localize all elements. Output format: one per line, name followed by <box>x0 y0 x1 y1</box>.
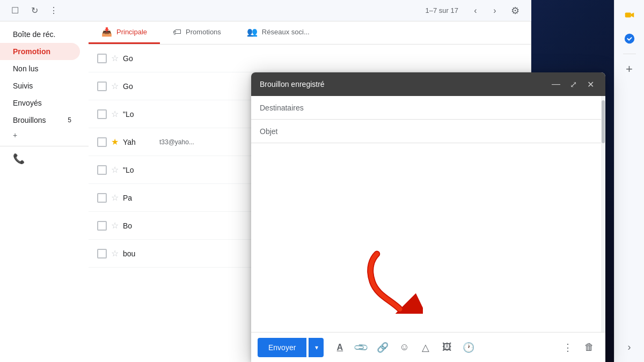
delete-draft-button[interactable]: 🗑 <box>580 338 599 357</box>
email-checkbox[interactable] <box>97 109 107 119</box>
star-icon[interactable]: ☆ <box>111 220 119 231</box>
phone-icon: 📞 <box>13 153 25 165</box>
more-icon: ⋮ <box>563 342 573 353</box>
promotions-tab-label: Promotions <box>186 28 221 36</box>
compose-header: Brouillon enregistré — ⤢ ✕ <box>251 72 605 96</box>
more-options-footer-button[interactable]: ⋮ <box>558 338 577 357</box>
sidebar-divider <box>0 146 89 146</box>
minimize-icon: — <box>552 79 560 89</box>
close-icon: ✕ <box>587 79 594 90</box>
email-checkbox[interactable] <box>97 249 107 258</box>
tasks-icon-button[interactable] <box>619 28 640 49</box>
email-checkbox[interactable] <box>97 82 107 91</box>
email-checkbox[interactable] <box>97 165 107 175</box>
sidebar-item-promotion[interactable]: Promotion <box>0 43 80 60</box>
drive-button[interactable]: △ <box>416 338 435 357</box>
promotions-tab-icon: 🏷 <box>173 27 181 37</box>
more-options-button[interactable]: ⋮ <box>47 4 60 17</box>
scrollbar-thumb <box>602 100 605 143</box>
chevron-down-icon: ▾ <box>315 344 318 351</box>
email-sender: Yah <box>123 138 155 146</box>
compose-close-button[interactable]: ✕ <box>584 78 597 91</box>
compose-footer: Envoyer ▾ A 📎 🔗 ☺ △ 🖼 🕐 ⋮ 🗑 <box>251 332 605 362</box>
star-icon[interactable]: ☆ <box>111 53 119 63</box>
send-dropdown-button[interactable]: ▾ <box>309 338 324 357</box>
refresh-button[interactable]: ↻ <box>28 4 41 17</box>
attach-button[interactable]: 📎 <box>352 338 371 357</box>
trash-icon: 🗑 <box>584 342 594 353</box>
principale-tab-label: Principale <box>116 28 147 36</box>
objet-input[interactable] <box>303 127 597 136</box>
clock-icon: 🕐 <box>463 342 474 353</box>
format-text-icon: A <box>337 343 343 352</box>
brouillons-badge: 5 <box>68 116 71 124</box>
tab-principale[interactable]: 📥 Principale <box>89 21 160 44</box>
sidebar-item-boite-reception[interactable]: Boîte de réc. <box>0 26 80 43</box>
link-icon: 🔗 <box>377 342 389 353</box>
compose-maximize-button[interactable]: ⤢ <box>567 78 580 91</box>
settings-button[interactable]: ⚙ <box>508 3 523 18</box>
compose-modal: Brouillon enregistré — ⤢ ✕ Destinataires… <box>251 72 605 362</box>
meet-icon-button[interactable] <box>619 4 640 26</box>
star-icon[interactable]: ☆ <box>111 109 119 119</box>
right-sidebar-divider <box>623 54 636 54</box>
envoyes-label: Envoyés <box>13 99 42 107</box>
inbox-label: Boîte de réc. <box>13 30 55 39</box>
paperclip-icon: 📎 <box>353 339 370 356</box>
drive-icon: △ <box>422 342 429 353</box>
emoji-button[interactable]: ☺ <box>394 338 414 357</box>
email-sender: Go <box>123 82 155 91</box>
sidebar-add-button[interactable]: + <box>0 129 89 142</box>
email-sender: Pa <box>123 194 155 202</box>
link-button[interactable]: 🔗 <box>373 338 392 357</box>
sidebar-item-suivis[interactable]: Suivis <box>0 77 80 94</box>
promotion-label: Promotion <box>13 47 50 56</box>
compose-scrollbar[interactable] <box>601 96 605 332</box>
photo-button[interactable]: 🖼 <box>437 338 457 357</box>
destinataires-input[interactable] <box>304 104 597 112</box>
sidebar: Boîte de réc. Promotion Non lus Suivis E… <box>0 21 89 362</box>
compose-body[interactable] <box>251 143 605 332</box>
sidebar-phone-item[interactable]: 📞 <box>0 151 89 167</box>
pagination-label: 1–7 sur 17 <box>426 6 458 14</box>
sidebar-item-non-lus[interactable]: Non lus <box>0 60 80 77</box>
send-button[interactable]: Envoyer <box>258 338 306 357</box>
email-sender: "Lo <box>123 110 155 119</box>
compose-minimize-button[interactable]: — <box>550 78 562 91</box>
plus-icon: + <box>13 131 17 139</box>
prev-page-button[interactable]: ‹ <box>469 4 482 17</box>
email-checkbox[interactable] <box>97 221 107 231</box>
star-icon[interactable]: ☆ <box>111 165 119 175</box>
tab-reseaux[interactable]: 👥 Réseaux soci... <box>234 21 323 44</box>
format-text-button[interactable]: A <box>330 338 349 357</box>
compose-objet-field: Objet <box>251 120 605 143</box>
star-icon[interactable]: ☆ <box>111 81 119 91</box>
select-all-checkbox[interactable]: ☐ <box>9 4 21 17</box>
brouillons-label: Brouillons <box>13 116 46 124</box>
compose-title: Brouillon enregistré <box>260 80 550 88</box>
svg-rect-0 <box>625 12 631 17</box>
non-lus-label: Non lus <box>13 64 38 73</box>
email-checkbox[interactable] <box>97 193 107 203</box>
star-icon[interactable]: ☆ <box>111 248 119 258</box>
star-icon[interactable]: ★ <box>111 137 119 147</box>
email-address: t33@yaho... <box>159 138 194 146</box>
email-sender: "Lo <box>123 166 155 174</box>
next-page-button[interactable]: › <box>488 4 501 17</box>
email-checkbox[interactable] <box>97 54 107 63</box>
sidebar-item-envoyes[interactable]: Envoyés <box>0 94 80 112</box>
photo-icon: 🖼 <box>442 342 452 353</box>
star-icon[interactable]: ☆ <box>111 193 119 203</box>
destinataires-label: Destinataires <box>260 104 304 112</box>
email-row[interactable]: ☆ Go <box>89 45 531 72</box>
compose-header-icons: — ⤢ ✕ <box>550 78 597 91</box>
right-sidebar: + › <box>614 0 644 362</box>
sidebar-item-brouillons[interactable]: Brouillons 5 <box>0 112 80 129</box>
tab-promotions[interactable]: 🏷 Promotions <box>160 21 234 44</box>
email-sender: bou <box>123 249 155 258</box>
schedule-button[interactable]: 🕐 <box>459 338 478 357</box>
expand-icon-button[interactable]: › <box>619 336 640 358</box>
email-checkbox[interactable] <box>97 137 107 147</box>
reseaux-tab-label: Réseaux soci... <box>262 28 310 36</box>
add-button[interactable]: + <box>619 58 640 80</box>
